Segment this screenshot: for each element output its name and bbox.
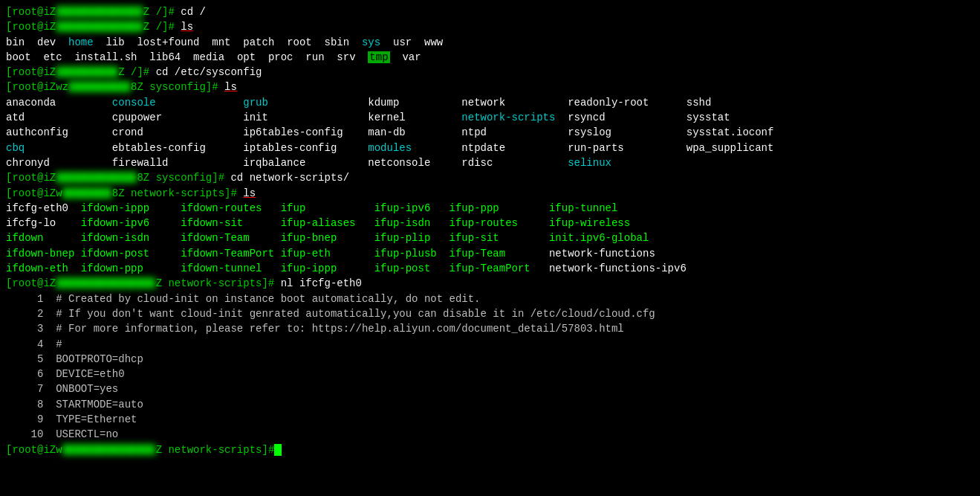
terminal-line-nl1: 1 # Created by cloud-init on instance bo…: [6, 292, 974, 306]
terminal-line-nl3: 3 # For more information, please refer t…: [6, 321, 974, 336]
terminal: [root@iZ██████████████Z /]# cd / [root@i…: [6, 4, 974, 457]
terminal-line-2: [root@iZ██████████████Z /]# ls: [6, 19, 974, 34]
terminal-line-6: [root@iZwz██████████8Z sysconfig]# ls: [6, 80, 974, 94]
terminal-line-18: [root@iZ████████████████Z network-script…: [6, 276, 974, 291]
terminal-line-final: [root@iZw███████████████Z network-script…: [6, 442, 974, 457]
terminal-line-3: bin dev home lib lost+found mnt patch ro…: [6, 35, 974, 50]
terminal-line-nl2: 2 # If you don't want cloud-init genrate…: [6, 306, 974, 321]
terminal-line-nl8: 8 STARTMODE=auto: [6, 397, 974, 412]
terminal-line-5: [root@iZ██████████Z /]# cd /etc/sysconfi…: [6, 65, 974, 80]
terminal-line-nl6: 6 DEVICE=eth0: [6, 367, 974, 381]
terminal-line-nl4: 4 #: [6, 337, 974, 352]
terminal-line-15: ifcfg-lo ifdown-ipv6 ifdown-sit ifup-ali…: [6, 216, 974, 231]
terminal-line-17b: ifdown-eth ifdown-ppp ifdown-tunnel ifup…: [6, 261, 974, 276]
terminal-line-13: [root@iZw████████8Z network-scripts]# ls: [6, 186, 974, 201]
terminal-line-1: [root@iZ██████████████Z /]# cd /: [6, 4, 974, 19]
terminal-line-4: boot etc install.sh lib64 media opt proc…: [6, 50, 974, 65]
terminal-line-9: authconfig crond ip6tables-config man-db…: [6, 125, 974, 140]
terminal-line-17: ifdown-bnep ifdown-post ifdown-TeamPort …: [6, 246, 974, 261]
terminal-line-11: chronyd firewalld irqbalance netconsole …: [6, 155, 974, 170]
prompt-1: [root@iZ██████████████Z /]#: [6, 6, 175, 18]
terminal-line-12: [root@iZ█████████████8Z sysconfig]# cd n…: [6, 170, 974, 185]
terminal-line-16: ifdown ifdown-isdn ifdown-Team ifup-bnep…: [6, 231, 974, 245]
terminal-line-10: cbq ebtables-config iptables-config modu…: [6, 141, 974, 155]
terminal-line-nl7: 7 ONBOOT=yes: [6, 381, 974, 396]
terminal-line-8: atd cpupower init kernel network-scripts…: [6, 110, 974, 125]
cursor: [274, 444, 282, 456]
terminal-line-7: anaconda console grub kdump network read…: [6, 95, 974, 110]
terminal-line-14: ifcfg-eth0 ifdown-ippp ifdown-routes ifu…: [6, 201, 974, 216]
terminal-line-nl10: 10 USERCTL=no: [6, 427, 974, 442]
terminal-line-nl9: 9 TYPE=Ethernet: [6, 412, 974, 427]
terminal-line-nl5: 5 BOOTPROTO=dhcp: [6, 352, 974, 367]
